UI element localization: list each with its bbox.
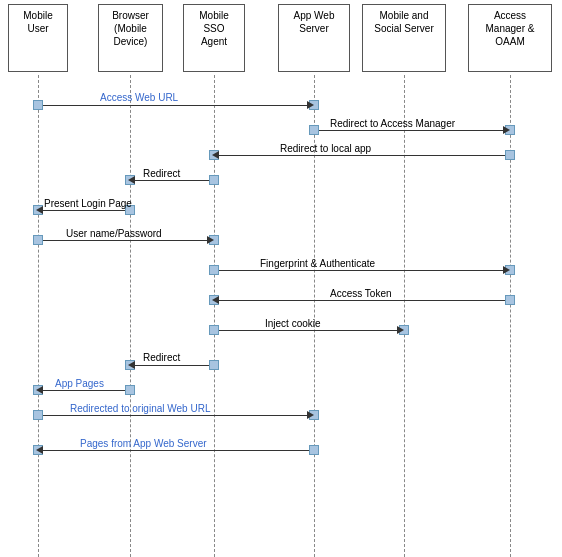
arrowhead-10 [128, 361, 135, 369]
arrow-inject-cookie [219, 330, 399, 331]
arrowhead-6 [207, 236, 214, 244]
label-redirect-local: Redirect to local app [280, 143, 371, 154]
arrowhead-13 [36, 446, 43, 454]
lifeline-browser [130, 75, 131, 557]
arrowhead-3 [212, 151, 219, 159]
act-2-aws [309, 125, 319, 135]
arrowhead-5 [36, 206, 43, 214]
lifeline-mobile-user [38, 75, 39, 557]
act-12-mu [33, 410, 43, 420]
label-present-login: Present Login Page [44, 198, 132, 209]
act-7-sso [209, 265, 219, 275]
label-redirect-am: Redirect to Access Manager [330, 118, 455, 129]
lifeline-access-manager [510, 75, 511, 557]
lifeline-mobile-social [404, 75, 405, 557]
actor-mobile-user: Mobile User [8, 4, 68, 72]
arrowhead-12 [307, 411, 314, 419]
arrowhead-11 [36, 386, 43, 394]
label-redirected-orig: Redirected to original Web URL [70, 403, 210, 414]
act-13-aws [309, 445, 319, 455]
label-redirect-1: Redirect [143, 168, 180, 179]
actor-app-web-server: App WebServer [278, 4, 350, 72]
arrow-app-pages [43, 390, 125, 391]
actor-mobile-sso: MobileSSOAgent [183, 4, 245, 72]
label-redirect-2: Redirect [143, 352, 180, 363]
arrow-redirect-2 [135, 365, 209, 366]
arrowhead-4 [128, 176, 135, 184]
arrow-pages-from-aws [43, 450, 309, 451]
actor-access-manager: AccessManager &OAAM [468, 4, 552, 72]
label-app-pages: App Pages [55, 378, 104, 389]
arrowhead-9 [397, 326, 404, 334]
label-access-token: Access Token [330, 288, 392, 299]
arrow-redirected-orig [43, 415, 309, 416]
arrow-userpass [43, 240, 209, 241]
act-3-am [505, 150, 515, 160]
arrow-fingerprint [219, 270, 505, 271]
act-11-br [125, 385, 135, 395]
label-inject-cookie: Inject cookie [265, 318, 321, 329]
arrowhead-8 [212, 296, 219, 304]
arrowhead-2 [503, 126, 510, 134]
label-access-web-url: Access Web URL [100, 92, 178, 103]
sequence-diagram: Mobile User Browser(MobileDevice) Mobile… [0, 0, 562, 557]
arrow-redirect-am [319, 130, 505, 131]
act-10-sso [209, 360, 219, 370]
label-userpass: User name/Password [66, 228, 162, 239]
label-fingerprint: Fingerprint & Authenticate [260, 258, 375, 269]
arrow-present-login [43, 210, 125, 211]
label-pages-from-aws: Pages from App Web Server [80, 438, 207, 449]
arrow-redirect [135, 180, 209, 181]
actor-browser: Browser(MobileDevice) [98, 4, 163, 72]
arrow-access-web-url [43, 105, 309, 106]
act-4-sso [209, 175, 219, 185]
arrow-redirect-local [219, 155, 505, 156]
act-8-am [505, 295, 515, 305]
act-1-mu [33, 100, 43, 110]
act-9-sso [209, 325, 219, 335]
arrowhead-1 [307, 101, 314, 109]
lifeline-mobile-sso [214, 75, 215, 557]
actor-mobile-social: Mobile andSocial Server [362, 4, 446, 72]
arrow-access-token [219, 300, 505, 301]
arrowhead-7 [503, 266, 510, 274]
act-6-mu [33, 235, 43, 245]
